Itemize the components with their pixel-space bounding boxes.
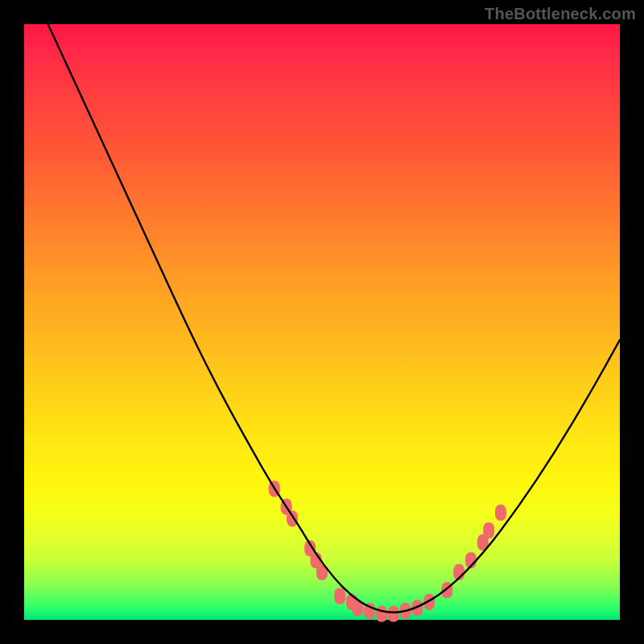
marker-group [269, 481, 506, 621]
marker-point [334, 588, 345, 604]
attribution-label: TheBottleneck.com [485, 5, 636, 23]
chart-frame: TheBottleneck.com [0, 0, 644, 644]
marker-point [287, 510, 298, 526]
marker-point [388, 606, 399, 622]
marker-point [483, 522, 494, 539]
marker-point [376, 606, 387, 622]
bottleneck-curve [48, 24, 620, 613]
chart-svg [24, 24, 620, 620]
marker-point [495, 505, 506, 521]
plot-area [24, 24, 620, 620]
